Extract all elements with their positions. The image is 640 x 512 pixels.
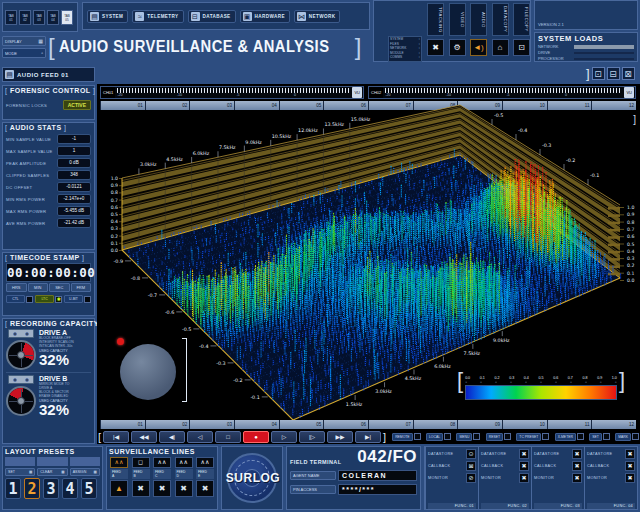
transport-toggle-remote[interactable]: REMOTE: [392, 433, 421, 441]
menu-item-label: NETWORK: [309, 14, 336, 19]
mode-label-filecopy[interactable]: FILECOPY: [513, 3, 530, 36]
menu-item-hardware[interactable]: ▣HARDWARE: [240, 10, 290, 23]
preset-digit-5[interactable]: 5: [81, 478, 97, 499]
transport-skip-end-button[interactable]: ▶|: [355, 431, 381, 443]
top-tab-2[interactable]: TAB 02: [19, 10, 31, 25]
menu-item-network[interactable]: ⋈NETWORK: [294, 10, 341, 23]
monitor-button[interactable]: ✖: [519, 473, 529, 483]
waveform-icon[interactable]: ◻: [132, 457, 150, 468]
top-tab-4[interactable]: TAB 04: [47, 10, 59, 25]
transport-play-button[interactable]: ▷: [271, 431, 297, 443]
transport-toggle-reset[interactable]: RESET: [486, 433, 511, 441]
agent-name-field[interactable]: COLERAN: [338, 470, 417, 481]
transport-record-button[interactable]: ●: [243, 431, 269, 443]
transport-rewind-button[interactable]: ◀◀: [131, 431, 157, 443]
transport-fast-forward-button[interactable]: ▶▶: [327, 431, 353, 443]
svg-text:6.0kHz: 6.0kHz: [193, 151, 210, 156]
top-tab-3[interactable]: TAB 03: [33, 10, 45, 25]
feed-column-c: ∧∧FEEDC✖: [152, 457, 172, 497]
preset-digit-1[interactable]: 1: [5, 478, 21, 499]
datastore-button[interactable]: ✖: [519, 449, 529, 459]
disk-icon: [6, 386, 36, 416]
preset-clear-button[interactable]: CLEAR▦: [37, 468, 67, 476]
mode-label-audio[interactable]: AUDIO: [470, 3, 487, 36]
feed-pattern-button[interactable]: ▲: [110, 480, 128, 497]
filecopy-icon[interactable]: ⊡: [513, 39, 530, 56]
preset-digit-4[interactable]: 4: [62, 478, 78, 499]
tracking-icon[interactable]: ✖: [427, 39, 444, 56]
monitor-button[interactable]: ✖: [625, 473, 635, 483]
svg-text:3.0kHz: 3.0kHz: [375, 389, 392, 394]
preset-digit-3[interactable]: 3: [43, 478, 59, 499]
transport-toggle-local[interactable]: LOCAL: [426, 433, 451, 441]
toggle-indicator: [444, 433, 451, 440]
timecode-toggle-ctl[interactable]: CTL: [6, 295, 33, 303]
pin-access-field[interactable]: ****/***: [338, 484, 417, 495]
transport-step-forward-button[interactable]: |▷: [299, 431, 325, 443]
menu-item-telemetry[interactable]: ≈TELEMETRY: [132, 10, 183, 23]
transport-skip-start-button[interactable]: |◀: [103, 431, 129, 443]
colorbar-tick: ○: [465, 380, 467, 384]
svg-text:9.0kHz: 9.0kHz: [245, 140, 262, 145]
grid-icon: ▦: [29, 470, 32, 474]
grid-icon: ▦: [61, 470, 64, 474]
callback-button[interactable]: ✖: [519, 461, 529, 471]
datacopy-icon[interactable]: ⌂: [492, 39, 509, 56]
mode-label-video[interactable]: VIDEO: [449, 3, 466, 36]
waveform-icon[interactable]: ∧∧: [153, 457, 171, 468]
mode-label-tracking[interactable]: TRACKING: [427, 3, 444, 36]
maximize-button[interactable]: ⊡: [592, 67, 605, 80]
feed-pattern-button[interactable]: ✖: [153, 480, 171, 497]
mode-button[interactable]: MODE ▫: [2, 48, 46, 58]
callback-label: CALLBACK: [428, 464, 450, 468]
vu-tick: -20: [117, 93, 122, 97]
transport-step-back-button[interactable]: ◀|: [159, 431, 185, 443]
waveform-icon[interactable]: ∧∧: [175, 457, 193, 468]
preset-slot[interactable]: [5, 457, 35, 466]
callback-button[interactable]: ⊠: [466, 461, 476, 471]
preset-digit-2[interactable]: 2: [24, 478, 40, 499]
datastore-button[interactable]: ✖: [572, 449, 582, 459]
transport-toggle-tc-preset[interactable]: TC PRESET: [516, 433, 549, 441]
transport-stop-button[interactable]: □: [215, 431, 241, 443]
close-button[interactable]: ⊠: [622, 67, 635, 80]
datastore-button[interactable]: ✖: [625, 449, 635, 459]
timecode-toggle-ltc[interactable]: LTC✱: [35, 295, 62, 303]
forensic-locks-toggle[interactable]: ACTIVE: [63, 100, 91, 110]
feed-pattern-button[interactable]: ✖: [132, 480, 150, 497]
waveform-icon[interactable]: ∧∧: [110, 457, 128, 468]
svg-text:-0.5: -0.5: [494, 113, 503, 118]
preset-assign-button[interactable]: ASSIGN▦: [70, 468, 100, 476]
minimize-button[interactable]: ⊟: [607, 67, 620, 80]
trackball[interactable]: [120, 344, 176, 400]
callback-button[interactable]: ✖: [625, 461, 635, 471]
system-loads-title: SYSTEM LOADS: [538, 34, 634, 43]
timecode-toggle-u-bit[interactable]: U-BIT: [64, 295, 91, 303]
mode-label-datacopy[interactable]: DATACOPY: [492, 3, 509, 36]
preset-set-button[interactable]: SET▦: [5, 468, 35, 476]
transport-toggle-x-meter[interactable]: X-METER: [555, 433, 584, 441]
menu-item-database[interactable]: ⊟DATABASE: [188, 10, 236, 23]
monitor-button[interactable]: ⊘: [466, 473, 476, 483]
video-icon[interactable]: ⚙: [449, 39, 466, 56]
transport-toggle-menu[interactable]: MENU: [456, 433, 480, 441]
display-button[interactable]: DISPLAY ▦: [2, 36, 46, 46]
preset-slot[interactable]: [37, 457, 67, 466]
transport-play-reverse-button[interactable]: ◁: [187, 431, 213, 443]
quick-list-item-comms[interactable]: COMMS▫: [389, 55, 421, 60]
callback-button[interactable]: ✖: [572, 461, 582, 471]
transport-toggle-mark[interactable]: MARK: [615, 433, 639, 441]
feed-pattern-button[interactable]: ✖: [196, 480, 214, 497]
audio-icon[interactable]: ◄): [470, 39, 487, 56]
waveform-icon[interactable]: ∧∧: [196, 457, 214, 468]
menu-item-system[interactable]: ▤SYSTEM: [87, 10, 128, 23]
func-column-3: DATASTORE✖CALLBACK✖MONITOR✖FUNC. 03: [531, 447, 584, 509]
top-tab-1[interactable]: TAB 01: [5, 10, 17, 25]
transport-toggle-set[interactable]: SET: [589, 433, 610, 441]
feed-label: FEEDE: [196, 469, 214, 479]
monitor-button[interactable]: ✖: [572, 473, 582, 483]
top-tab-5[interactable]: TAB 05: [61, 10, 73, 25]
preset-slot[interactable]: [70, 457, 100, 466]
feed-pattern-button[interactable]: ✖: [175, 480, 193, 497]
datastore-button[interactable]: ⊙: [466, 449, 476, 459]
